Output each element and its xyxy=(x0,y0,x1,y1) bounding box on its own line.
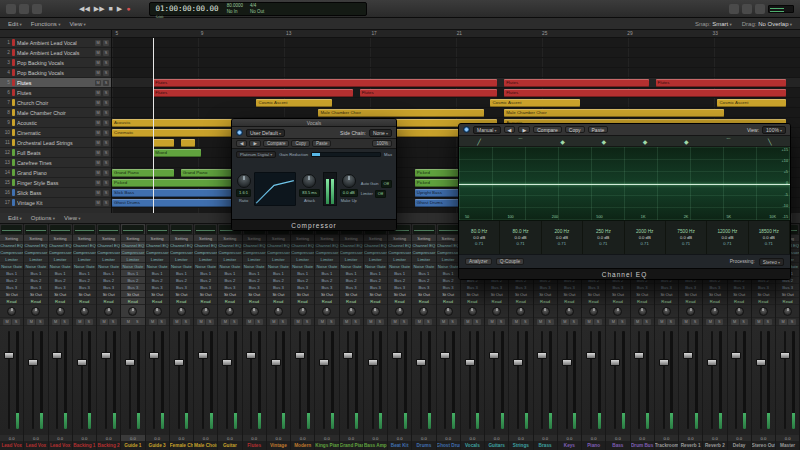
send-slot[interactable]: Bus 2 xyxy=(170,276,193,283)
insert-slot[interactable]: Noise Gate xyxy=(49,262,72,269)
library-icon[interactable] xyxy=(6,4,16,14)
fader-cap[interactable] xyxy=(707,359,717,366)
track-mute-button[interactable]: M xyxy=(95,180,101,186)
fader-cap[interactable] xyxy=(562,359,572,366)
solo-button[interactable]: S xyxy=(206,319,214,325)
send-slot[interactable]: Bus 3 xyxy=(437,283,460,290)
channel-name[interactable]: Guide 3 xyxy=(146,441,169,450)
q-couple-button[interactable]: Q-Couple xyxy=(496,258,525,265)
output-slot[interactable]: St Out xyxy=(291,290,314,297)
insert-slot[interactable]: Limiter xyxy=(24,255,47,262)
track-solo-button[interactable]: S xyxy=(103,170,109,176)
fader-cap[interactable] xyxy=(416,359,426,366)
region[interactable] xyxy=(153,139,174,147)
solo-button[interactable]: S xyxy=(279,319,287,325)
eq-compare-button[interactable]: Compare xyxy=(533,126,562,133)
send-slot[interactable]: Bus 3 xyxy=(218,283,241,290)
playhead[interactable] xyxy=(153,38,154,213)
mixer-menu-options[interactable]: Options xyxy=(31,215,55,221)
automation-slot[interactable]: Read xyxy=(728,297,751,304)
track-mute-button[interactable]: M xyxy=(95,70,101,76)
channel-name[interactable]: Drums xyxy=(412,441,435,450)
track-header[interactable]: 10CinematicMS xyxy=(0,128,111,138)
channel-strip[interactable]: SettingChannel EQCompressorLimiterNoise … xyxy=(243,224,267,450)
solo-icon[interactable] xyxy=(755,4,765,14)
track-header[interactable]: 8Male Chamber ChoirMS xyxy=(0,108,111,118)
solo-button[interactable]: S xyxy=(303,319,311,325)
output-slot[interactable]: St Out xyxy=(534,290,557,297)
track-header[interactable]: 4Pop Backing VocalsMS xyxy=(0,68,111,78)
fader-cap[interactable] xyxy=(513,359,523,366)
mixer-menu-edit[interactable]: Edit xyxy=(8,215,22,221)
pan-knob[interactable] xyxy=(565,307,574,316)
output-slot[interactable]: St Out xyxy=(0,290,23,297)
solo-button[interactable]: S xyxy=(352,319,360,325)
drag-value[interactable]: No Overlap xyxy=(758,21,792,27)
mute-button[interactable]: M xyxy=(634,319,642,325)
fader-cap[interactable] xyxy=(295,352,305,359)
pan-knob[interactable] xyxy=(419,307,428,316)
channel-name[interactable]: Lead Vox xyxy=(49,441,72,450)
output-slot[interactable]: St Out xyxy=(73,290,96,297)
fader-cap[interactable] xyxy=(246,352,256,359)
track-header[interactable]: 3Pop Backing VocalsMS xyxy=(0,58,111,68)
insert-slot[interactable]: Channel EQ xyxy=(437,241,460,248)
insert-slot[interactable]: Limiter xyxy=(194,255,217,262)
track-mute-button[interactable]: M xyxy=(95,120,101,126)
pan-knob[interactable] xyxy=(201,307,210,316)
stop-button[interactable]: ■ xyxy=(109,5,113,12)
track-solo-button[interactable]: S xyxy=(103,100,109,106)
track-mute-button[interactable]: M xyxy=(95,100,101,106)
track-lane[interactable]: Male Chamber ChoirMale Chamber Choir xyxy=(112,108,800,118)
eq-curve[interactable] xyxy=(459,184,790,185)
channel-setting-slot[interactable]: Setting xyxy=(412,234,435,241)
eq-copy-button[interactable]: Copy xyxy=(565,126,585,133)
solo-button[interactable]: S xyxy=(400,319,408,325)
output-slot[interactable]: St Out xyxy=(412,290,435,297)
send-slot[interactable]: Bus 1 xyxy=(49,269,72,276)
mute-button[interactable]: M xyxy=(124,319,132,325)
pan-knob[interactable] xyxy=(31,307,40,316)
track-solo-button[interactable]: S xyxy=(103,60,109,66)
insert-slot[interactable]: Limiter xyxy=(267,255,290,262)
send-slot[interactable]: Bus 3 xyxy=(728,283,751,290)
eq-thumbnail[interactable] xyxy=(1,225,22,234)
eq-preset-menu[interactable]: Manual xyxy=(473,126,501,134)
region[interactable]: Male Chamber Choir xyxy=(318,109,483,117)
automation-slot[interactable]: Read xyxy=(388,297,411,304)
preset-menu[interactable]: User Default xyxy=(246,129,285,137)
pan-knob[interactable] xyxy=(662,307,671,316)
eq-band-column[interactable]: 80.0 Hz0.0 dB0.71 xyxy=(459,221,500,254)
eq-thumbnail[interactable] xyxy=(25,225,46,234)
fader-cap[interactable] xyxy=(271,359,281,366)
mute-button[interactable]: M xyxy=(76,319,84,325)
send-slot[interactable]: Bus 2 xyxy=(97,276,120,283)
send-slot[interactable]: Bus 2 xyxy=(218,276,241,283)
channel-setting-slot[interactable]: Setting xyxy=(437,234,460,241)
output-slot[interactable]: St Out xyxy=(606,290,629,297)
mute-button[interactable]: M xyxy=(343,319,351,325)
insert-slot[interactable]: Noise Gate xyxy=(340,262,363,269)
send-slot[interactable]: Bus 2 xyxy=(315,276,338,283)
track-mute-button[interactable]: M xyxy=(95,110,101,116)
solo-button[interactable]: S xyxy=(85,319,93,325)
eq-band-column[interactable]: 18500 Hz0.0 dB0.71 xyxy=(749,221,790,254)
channel-name[interactable]: Kings Piano xyxy=(315,441,338,450)
lcd-display[interactable]: 01:00:00:00.00 500 80.0000 4/4 No In No … xyxy=(149,2,367,16)
channel-name[interactable]: Guide 1 xyxy=(121,441,144,450)
channel-name[interactable]: Drum Bus xyxy=(631,441,654,450)
channel-name[interactable]: Reverb 1 xyxy=(679,441,702,450)
fader-cap[interactable] xyxy=(125,359,135,366)
send-slot[interactable]: Bus 2 xyxy=(146,276,169,283)
channel-strip[interactable]: SettingChannel EQCompressorLimiterNoise … xyxy=(267,224,291,450)
fader-cap[interactable] xyxy=(780,352,790,359)
track-solo-button[interactable]: S xyxy=(103,70,109,76)
output-slot[interactable]: St Out xyxy=(364,290,387,297)
channel-strip[interactable]: SettingChannel EQCompressorLimiterNoise … xyxy=(218,224,242,450)
fader-cap[interactable] xyxy=(101,352,111,359)
pan-knob[interactable] xyxy=(468,307,477,316)
insert-slot[interactable]: Channel EQ xyxy=(121,241,144,248)
eq-band-button-8[interactable]: ╲ xyxy=(768,138,772,145)
track-header[interactable]: 1Male Ambient Lead VocalMS xyxy=(0,38,111,48)
insert-slot[interactable]: Limiter xyxy=(170,255,193,262)
